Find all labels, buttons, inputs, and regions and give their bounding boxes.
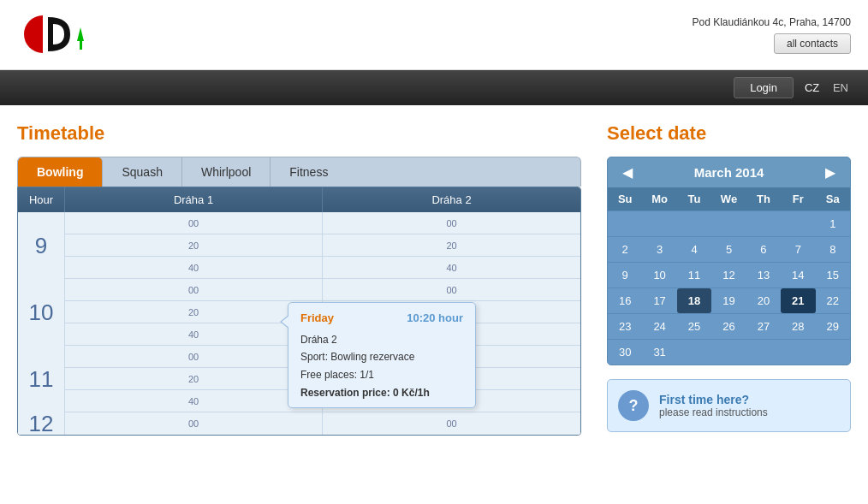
cal-day-8[interactable]: 8 (816, 237, 850, 262)
cal-day-14[interactable]: 14 (781, 263, 815, 288)
logo (17, 9, 103, 61)
cal-day-18-today[interactable]: 18 (677, 288, 711, 313)
cal-day-29[interactable]: 29 (816, 314, 850, 339)
cal-day-5[interactable]: 5 (711, 237, 746, 262)
cal-day-26[interactable]: 26 (711, 314, 746, 339)
prev-month-button[interactable]: ◀ (618, 164, 637, 181)
hour-label-12: 12 (18, 412, 65, 435)
lang-cz[interactable]: CZ (805, 81, 819, 94)
min-40-draha1-11[interactable]: 40 (65, 390, 323, 412)
col-hour: Hour (18, 187, 65, 212)
cal-day-1[interactable]: 1 (816, 211, 850, 236)
min-00-draha1-12[interactable]: 00 (65, 412, 323, 435)
dow-tu: Tu (677, 187, 711, 210)
cal-day-21-selected[interactable]: 21 (781, 288, 815, 313)
cal-day-24[interactable]: 24 (642, 314, 676, 339)
tooltip-day: Friday (300, 311, 334, 324)
dow-mo: Mo (642, 187, 676, 210)
cal-day-23[interactable]: 23 (608, 314, 642, 339)
hour-label-11: 11 (18, 346, 65, 412)
cal-day-empty (781, 340, 815, 365)
min-00-draha1-10[interactable]: 00 (65, 279, 323, 301)
next-month-button[interactable]: ▶ (821, 164, 840, 181)
calendar-month: March 2014 (694, 165, 764, 180)
cal-day-4[interactable]: 4 (677, 237, 711, 262)
booking-tooltip: Friday 10:20 hour Dráha 2 Sport: Bowling… (288, 302, 476, 408)
tooltip-header: Friday 10:20 hour (300, 311, 463, 324)
timetable-section: Timetable Bowling Squash Whirlpool Fitne… (17, 122, 581, 436)
dow-we: We (711, 187, 746, 210)
address-text: Pod Klaudiánkou 4c, Praha, 14700 (693, 16, 851, 28)
cal-day-empty (608, 211, 642, 236)
cal-day-27[interactable]: 27 (746, 314, 781, 339)
cal-day-13[interactable]: 13 (746, 263, 781, 288)
cal-day-empty (677, 211, 711, 236)
language-switcher: CZ EN (802, 81, 851, 94)
tab-fitness[interactable]: Fitness (271, 157, 347, 187)
cal-day-11[interactable]: 11 (677, 263, 711, 288)
hour-label-9: 9 (18, 212, 65, 279)
min-00-draha2-12[interactable]: 00 (323, 412, 580, 435)
cal-day-2[interactable]: 2 (608, 237, 642, 262)
svg-marker-2 (77, 27, 84, 41)
cal-day-7[interactable]: 7 (781, 237, 815, 262)
tab-whirlpool[interactable]: Whirlpool (182, 157, 271, 187)
min-00-draha1-11[interactable]: 00 (65, 346, 323, 368)
all-contacts-button[interactable]: all contacts (774, 33, 851, 54)
tooltip-price: Reservation price: 0 Kč/1h (300, 387, 463, 399)
help-subtitle: please read instructions (659, 406, 768, 418)
tooltip-arrow-fill (282, 315, 290, 329)
cal-day-25[interactable]: 25 (677, 314, 711, 339)
cal-week-6: 30 31 (608, 339, 850, 365)
min-40-draha1-9[interactable]: 40 (65, 257, 323, 279)
cal-day-30[interactable]: 30 (608, 340, 642, 365)
cal-day-empty (781, 211, 815, 236)
col-draha1: Dráha 1 (65, 187, 323, 212)
header-right: Pod Klaudiánkou 4c, Praha, 14700 all con… (693, 16, 851, 54)
cal-day-31[interactable]: 31 (642, 340, 676, 365)
timetable-grid: Hour Dráha 1 Dráha 2 9 00 00 20 20 40 40 (17, 187, 581, 436)
main-content: Timetable Bowling Squash Whirlpool Fitne… (0, 105, 868, 453)
cal-day-empty (746, 340, 781, 365)
min-20-draha1-9[interactable]: 20 (65, 234, 323, 257)
cal-day-9[interactable]: 9 (608, 263, 642, 288)
cal-day-19[interactable]: 19 (711, 288, 746, 313)
help-title[interactable]: First time here? (659, 393, 768, 406)
cal-day-17[interactable]: 17 (642, 288, 676, 313)
min-00-draha2-9[interactable]: 00 (323, 212, 580, 234)
cal-day-empty (711, 211, 746, 236)
min-40-draha2-9[interactable]: 40 (323, 257, 580, 279)
help-text: First time here? please read instruction… (659, 393, 768, 418)
calendar-title: Select date (607, 122, 851, 145)
tab-squash[interactable]: Squash (103, 157, 181, 187)
cal-day-15[interactable]: 15 (816, 263, 850, 288)
tooltip-lane: Dráha 2 (300, 331, 463, 348)
cal-week-1: 1 (608, 210, 850, 236)
tab-bowling[interactable]: Bowling (18, 157, 103, 187)
cal-day-10[interactable]: 10 (642, 263, 676, 288)
page-header: Pod Klaudiánkou 4c, Praha, 14700 all con… (0, 0, 868, 70)
cal-day-22[interactable]: 22 (816, 288, 850, 313)
help-icon: ? (618, 390, 649, 421)
min-00-draha1-9[interactable]: 00 (65, 212, 323, 234)
calendar-dow-row: Su Mo Tu We Th Fr Sa (608, 187, 850, 210)
min-20-draha1-11[interactable]: 20 (65, 368, 323, 390)
min-00-draha2-10[interactable]: 00 (323, 279, 580, 301)
timetable-header: Hour Dráha 1 Dráha 2 (18, 187, 580, 212)
cal-day-20[interactable]: 20 (746, 288, 781, 313)
min-20-draha2-9[interactable]: 20 (323, 234, 580, 257)
calendar-widget: ◀ March 2014 ▶ Su Mo Tu We Th Fr Sa (607, 157, 851, 365)
cal-day-12[interactable]: 12 (711, 263, 746, 288)
cal-day-6[interactable]: 6 (746, 237, 781, 262)
cal-day-3[interactable]: 3 (642, 237, 676, 262)
tooltip-time: 10:20 hour (407, 311, 463, 324)
login-button[interactable]: Login (734, 77, 794, 98)
lang-en[interactable]: EN (833, 81, 848, 94)
dow-th: Th (746, 187, 781, 210)
navbar: Login CZ EN (0, 70, 868, 105)
svg-rect-3 (80, 39, 82, 50)
cal-day-28[interactable]: 28 (781, 314, 815, 339)
cal-day-16[interactable]: 16 (608, 288, 642, 313)
cal-day-empty (711, 340, 746, 365)
tooltip-free-places: Free places: 1/1 (300, 366, 463, 383)
